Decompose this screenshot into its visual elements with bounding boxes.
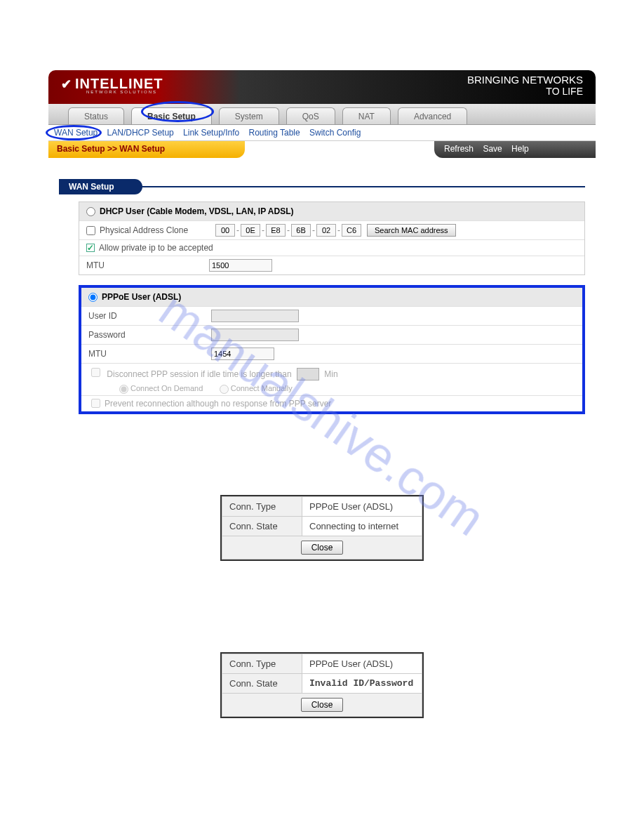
pppoe-mtu-row: MTU [81, 344, 582, 363]
tab-system[interactable]: System [219, 107, 279, 124]
mac-seg-0[interactable] [215, 224, 235, 237]
d1-conn-state-value: Connecting to internet [302, 516, 422, 536]
disconnect-idle-label: Disconnect PPP session if idle time is l… [107, 369, 291, 379]
d1-conn-state-label: Conn. State [222, 516, 302, 536]
subnav-lan-dhcp[interactable]: LAN/DHCP Setup [107, 128, 174, 138]
pppoe-header: PPPoE User (ADSL) [81, 288, 582, 306]
breadcrumb: Basic Setup >> WAN Setup [48, 141, 245, 158]
pppoe-title: PPPoE User (ADSL) [102, 292, 181, 302]
tab-status[interactable]: Status [68, 107, 124, 124]
idle-minutes-input[interactable] [297, 368, 319, 380]
header: ✔INTELLINET NETWORK SOLUTIONS BRINGING N… [48, 70, 596, 104]
allow-private-row: Allow private ip to be accepted [79, 239, 584, 256]
dialog-connecting: Conn. Type PPPoE User (ADSL) Conn. State… [220, 495, 424, 561]
mac-seg-3[interactable] [291, 224, 311, 237]
help-link[interactable]: Help [511, 144, 529, 154]
pppoe-mtu-input[interactable] [211, 348, 274, 360]
main-tabs: Status Basic Setup System QoS NAT Advanc… [48, 104, 596, 125]
content: WAN Setup DHCP User (Cable Modem, VDSL, … [48, 158, 596, 425]
search-mac-button[interactable]: Search MAC address [367, 224, 456, 237]
slogan: BRINGING NETWORKSTO LIFE [467, 74, 583, 97]
prevent-reconnect-checkbox[interactable] [91, 399, 100, 408]
dhcp-radio[interactable] [86, 207, 95, 216]
userid-input[interactable] [211, 310, 299, 322]
check-icon: ✔ [61, 77, 72, 91]
phys-clone-row: Physical Address Clone - - - - - Search … [79, 220, 584, 239]
phys-clone-checkbox[interactable] [86, 226, 95, 235]
prevent-reconnect-label: Prevent reconnection although no respons… [105, 399, 331, 409]
password-label: Password [88, 330, 211, 340]
idle-row: Disconnect PPP session if idle time is l… [81, 363, 582, 395]
page-actions: Refresh Save Help [434, 141, 596, 158]
subnav-switch-config[interactable]: Switch Config [309, 128, 361, 138]
pppoe-mtu-label: MTU [88, 349, 211, 359]
subnav-wan-setup[interactable]: WAN Setup [54, 128, 98, 138]
d1-conn-type-value: PPPoE User (ADSL) [302, 496, 422, 516]
dhcp-mtu-input[interactable] [209, 259, 272, 272]
dhcp-section: DHCP User (Cable Modem, VDSL, LAN, IP AD… [79, 201, 585, 275]
tab-basic-setup[interactable]: Basic Setup [131, 107, 212, 124]
dhcp-mtu-row: MTU [79, 256, 584, 274]
mac-seg-4[interactable] [316, 224, 336, 237]
dialog-invalid: Conn. Type PPPoE User (ADSL) Conn. State… [220, 652, 424, 718]
breadcrumb-row: Basic Setup >> WAN Setup Refresh Save He… [48, 141, 596, 158]
allow-private-label: Allow private ip to be accepted [99, 243, 213, 253]
dhcp-mtu-label: MTU [86, 260, 209, 270]
connect-manually-label: Connect Manually [231, 384, 293, 392]
password-input[interactable] [211, 329, 299, 341]
connect-on-demand-radio[interactable] [119, 385, 128, 394]
tab-qos[interactable]: QoS [286, 107, 335, 124]
pppoe-section: PPPoE User (ADSL) User ID Password MTU D… [79, 285, 585, 414]
prevent-row: Prevent reconnection although no respons… [81, 395, 582, 411]
section-title: WAN Setup [59, 179, 142, 194]
userid-row: User ID [81, 306, 582, 325]
mac-seg-1[interactable] [241, 224, 260, 237]
brand-subtitle: NETWORK SOLUTIONS [86, 90, 157, 94]
connect-manually-radio[interactable] [220, 385, 229, 394]
d2-close-button[interactable]: Close [301, 698, 344, 712]
d1-close-button[interactable]: Close [301, 541, 344, 555]
router-admin-page: ✔INTELLINET NETWORK SOLUTIONS BRINGING N… [48, 70, 596, 425]
connect-on-demand-label: Connect On Demand [130, 384, 203, 392]
section-divider [142, 186, 585, 187]
pppoe-radio[interactable] [88, 293, 98, 302]
dhcp-header: DHCP User (Cable Modem, VDSL, LAN, IP AD… [79, 202, 584, 220]
allow-private-checkbox[interactable] [86, 244, 95, 252]
section-heading-row: WAN Setup [59, 179, 585, 194]
disconnect-idle-checkbox[interactable] [91, 368, 100, 377]
save-link[interactable]: Save [483, 144, 502, 154]
d2-conn-state-label: Conn. State [222, 673, 302, 693]
userid-label: User ID [88, 311, 211, 321]
subnav-link-setup[interactable]: Link Setup/Info [183, 128, 239, 138]
refresh-link[interactable]: Refresh [444, 144, 474, 154]
dhcp-title: DHCP User (Cable Modem, VDSL, LAN, IP AD… [100, 206, 294, 216]
tab-advanced[interactable]: Advanced [398, 107, 467, 124]
d1-conn-type-label: Conn. Type [222, 496, 302, 516]
d2-conn-type-value: PPPoE User (ADSL) [302, 654, 422, 673]
password-row: Password [81, 325, 582, 344]
sub-nav: WAN Setup LAN/DHCP Setup Link Setup/Info… [48, 125, 596, 141]
mac-seg-5[interactable] [342, 224, 361, 237]
phys-clone-label: Physical Address Clone [100, 225, 215, 235]
d2-conn-type-label: Conn. Type [222, 654, 302, 673]
d2-conn-state-value: Invalid ID/Password [302, 673, 422, 693]
tab-nat[interactable]: NAT [342, 107, 391, 124]
min-label: Min [324, 369, 337, 379]
mac-seg-2[interactable] [266, 224, 286, 237]
subnav-routing-table[interactable]: Routing Table [249, 128, 300, 138]
